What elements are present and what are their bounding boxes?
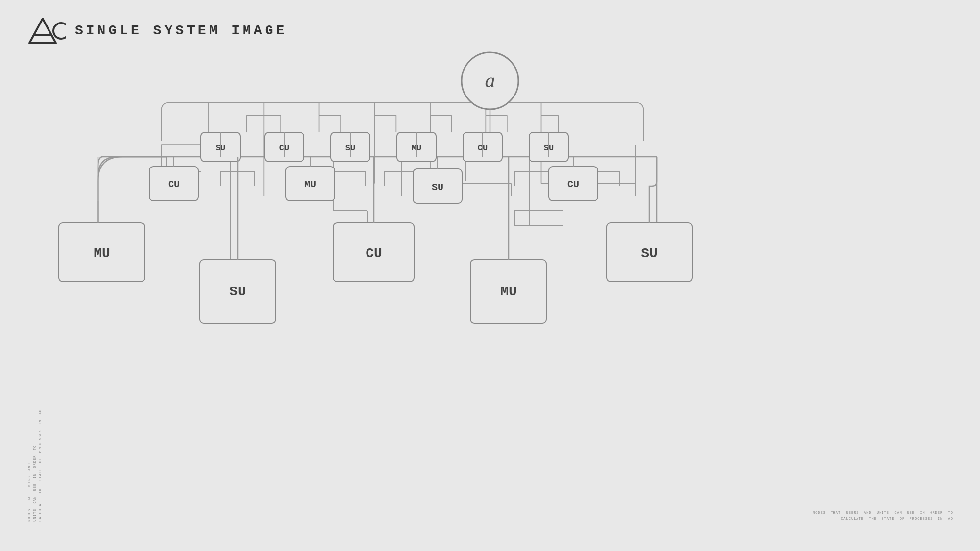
svg-text:CU: CU bbox=[478, 144, 488, 153]
svg-rect-103 bbox=[200, 260, 276, 323]
svg-text:MU: MU bbox=[412, 144, 421, 153]
svg-rect-89 bbox=[463, 132, 502, 162]
svg-text:SU: SU bbox=[229, 284, 246, 299]
svg-rect-81 bbox=[201, 132, 240, 162]
svg-text:SU: SU bbox=[544, 144, 554, 153]
svg-text:SU: SU bbox=[216, 144, 225, 153]
svg-text:a: a bbox=[485, 69, 495, 92]
footer-left: NODES THAT USERS AND UNITS CAN USE IN OR… bbox=[27, 409, 44, 522]
svg-rect-97 bbox=[413, 169, 462, 203]
page-title: SINGLE SYSTEM IMAGE bbox=[75, 23, 287, 38]
svg-text:SU: SU bbox=[641, 246, 658, 261]
footer-right: NODES THAT USERS AND UNITS CAN USE IN OR… bbox=[813, 510, 953, 522]
svg-text:CU: CU bbox=[168, 179, 180, 190]
svg-rect-105 bbox=[333, 223, 414, 282]
logo-icon bbox=[27, 15, 66, 47]
svg-text:MU: MU bbox=[304, 179, 316, 190]
svg-rect-93 bbox=[149, 167, 198, 201]
svg-rect-101 bbox=[59, 223, 145, 282]
svg-text:CU: CU bbox=[366, 246, 382, 261]
svg-text:SU: SU bbox=[345, 144, 355, 153]
svg-text:SU: SU bbox=[432, 182, 443, 193]
svg-text:MU: MU bbox=[94, 246, 110, 261]
svg-point-127 bbox=[53, 23, 66, 39]
svg-rect-109 bbox=[607, 223, 692, 282]
header: SINGLE SYSTEM IMAGE bbox=[27, 15, 287, 47]
svg-text:CU: CU bbox=[567, 179, 579, 190]
svg-rect-85 bbox=[331, 132, 370, 162]
svg-rect-83 bbox=[265, 132, 304, 162]
svg-rect-91 bbox=[529, 132, 568, 162]
svg-rect-99 bbox=[549, 167, 598, 201]
svg-rect-87 bbox=[397, 132, 436, 162]
svg-text:CU: CU bbox=[279, 144, 289, 153]
svg-rect-95 bbox=[286, 167, 335, 201]
svg-point-38 bbox=[462, 52, 518, 109]
svg-rect-107 bbox=[470, 260, 546, 323]
svg-text:MU: MU bbox=[500, 284, 517, 299]
